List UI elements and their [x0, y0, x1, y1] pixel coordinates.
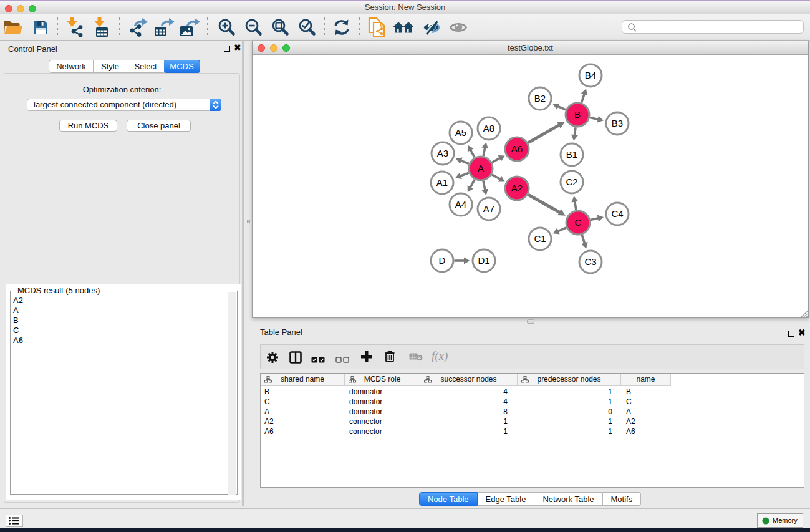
svg-text:D1: D1	[478, 255, 489, 266]
svg-text:A7: A7	[483, 203, 494, 214]
svg-text:C1: C1	[534, 233, 546, 244]
svg-text:B4: B4	[585, 70, 596, 80]
svg-text:A1: A1	[436, 177, 448, 188]
svg-text:C: C	[575, 217, 582, 228]
svg-text:A3: A3	[437, 148, 448, 158]
svg-text:A5: A5	[455, 127, 466, 138]
svg-text:A: A	[478, 163, 484, 173]
svg-text:C4: C4	[611, 208, 623, 219]
svg-text:B1: B1	[566, 149, 577, 160]
svg-text:C3: C3	[584, 256, 596, 267]
svg-text:A4: A4	[455, 199, 466, 210]
svg-text:C2: C2	[566, 177, 577, 187]
svg-text:B2: B2	[534, 93, 546, 104]
svg-text:D: D	[439, 255, 446, 266]
svg-text:A2: A2	[511, 183, 523, 193]
svg-text:A8: A8	[483, 123, 494, 133]
svg-text:A6: A6	[511, 143, 523, 154]
svg-text:B3: B3	[612, 118, 623, 128]
svg-text:B: B	[574, 109, 581, 120]
